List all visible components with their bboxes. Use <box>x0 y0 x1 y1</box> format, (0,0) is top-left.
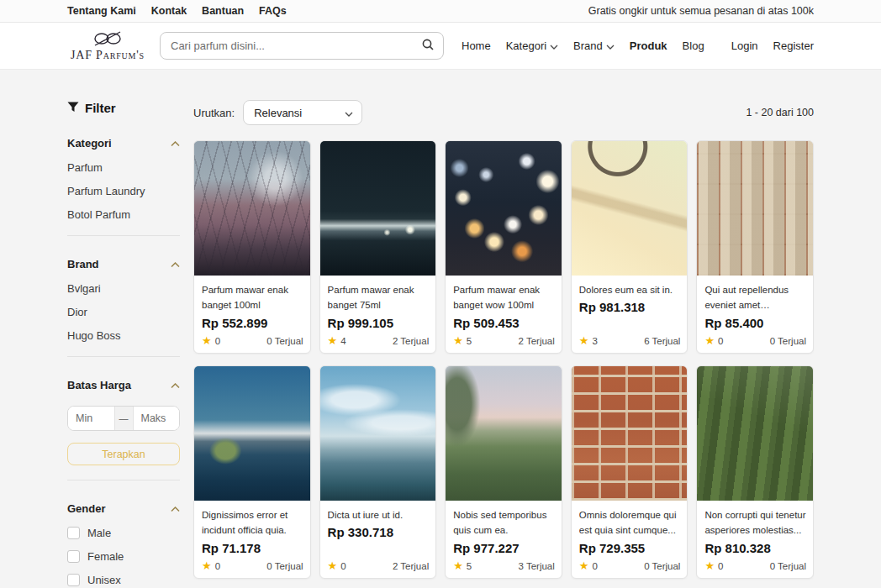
search-button[interactable] <box>413 33 443 59</box>
product-rating: 0 <box>215 336 220 346</box>
checkbox-icon[interactable] <box>67 574 80 586</box>
product-image <box>194 141 310 276</box>
product-rating: 3 <box>592 336 597 346</box>
gender-option-female[interactable]: Female <box>67 550 180 563</box>
chevron-up-icon <box>171 501 180 516</box>
product-sold: 6 Terjual <box>644 336 680 346</box>
product-image <box>446 141 562 276</box>
product-name: Parfum mawar enak banget 75ml <box>328 282 430 313</box>
filter-heading: Filter <box>67 101 180 115</box>
filter-item-bvlgari[interactable]: Bvlgari <box>67 282 180 295</box>
auth-link-login[interactable]: Login <box>731 39 758 52</box>
product-rating: 0 <box>592 561 597 571</box>
topbar-link-faqs[interactable]: FAQs <box>259 5 287 17</box>
product-price: Rp 71.178 <box>202 541 303 555</box>
product-card[interactable]: Parfum mawar enak banget wow 100ml Rp 50… <box>445 140 562 354</box>
section-harga-title: Batas Harga <box>67 379 131 391</box>
product-sold: 0 Terjual <box>266 336 303 346</box>
product-price: Rp 85.400 <box>704 316 806 330</box>
product-meta: ★ 5 2 Terjual <box>453 330 555 346</box>
product-card[interactable]: Qui aut repellendus eveniet amet volupta… <box>696 140 814 354</box>
product-card[interactable]: Parfum mawar enak banget 75ml Rp 999.105… <box>319 140 437 354</box>
price-range-group: — <box>67 406 180 431</box>
star-icon: ★ <box>328 335 338 346</box>
product-rating: 0 <box>215 561 220 571</box>
auth-link-register[interactable]: Register <box>773 39 814 52</box>
nav-item-blog[interactable]: Blog <box>675 34 712 57</box>
product-sold: 0 Terjual <box>770 561 806 571</box>
product-card[interactable]: Dolores eum ea sit in. Rp 981.318 ★ 3 6 … <box>571 140 688 354</box>
product-info: Dignissimos error et incidunt officia qu… <box>194 501 310 578</box>
divider <box>67 235 180 236</box>
chevron-up-icon <box>171 135 180 150</box>
product-meta: ★ 0 0 Terjual <box>704 330 806 346</box>
search-input[interactable] <box>161 39 413 52</box>
gender-option-male[interactable]: Male <box>67 527 180 539</box>
checkbox-icon[interactable] <box>67 550 80 563</box>
filter-item-parfum-laundry[interactable]: Parfum Laundry <box>67 185 180 197</box>
topbar: Tentang KamiKontakBantuanFAQs Gratis ong… <box>0 0 881 23</box>
nav-item-kategori[interactable]: Kategori <box>499 34 566 57</box>
chevron-down-icon <box>606 39 615 52</box>
filter-item-parfum[interactable]: Parfum <box>67 161 180 174</box>
promo-banner: Gratis ongkir untuk semua pesanan di ata… <box>588 5 814 17</box>
section-batas-harga: Batas Harga — Terapkan <box>67 377 180 480</box>
product-rating-group: ★ 5 <box>453 335 472 346</box>
product-price: Rp 509.453 <box>453 316 555 330</box>
sort-select[interactable]: Relevansi <box>243 100 362 125</box>
product-card[interactable]: Non corrupti qui tenetur asperiores mole… <box>696 365 814 579</box>
nav-item-home[interactable]: Home <box>454 34 499 57</box>
product-meta: ★ 3 6 Terjual <box>579 330 681 346</box>
topbar-link-tentang-kami[interactable]: Tentang Kami <box>67 5 136 17</box>
sort-toolbar: Urutkan: Relevansi 1 - 20 dari 100 <box>193 100 814 125</box>
topbar-link-bantuan[interactable]: Bantuan <box>202 5 244 17</box>
product-meta: ★ 4 2 Terjual <box>328 330 430 346</box>
product-info: Parfum mawar enak banget wow 100ml Rp 50… <box>446 276 562 353</box>
nav-label: Kategori <box>506 39 546 52</box>
checkbox-icon[interactable] <box>67 527 80 539</box>
product-card[interactable]: Omnis doloremque qui est quia sint cumqu… <box>571 365 688 579</box>
filter-item-hugo-boss[interactable]: Hugo Boss <box>67 329 180 342</box>
product-name: Dolores eum ea sit in. <box>579 282 681 297</box>
apply-filter-button[interactable]: Terapkan <box>67 443 180 465</box>
divider <box>67 480 180 480</box>
product-info: Omnis doloremque qui est quia sint cumqu… <box>572 501 688 578</box>
product-card[interactable]: Parfum mawar enak banget 100ml Rp 552.89… <box>193 140 311 354</box>
main-content: Filter Kategori ParfumParfum LaundryBoto… <box>0 70 881 587</box>
filter-sidebar: Filter Kategori ParfumParfum LaundryBoto… <box>67 70 180 587</box>
price-min-input[interactable] <box>68 407 114 430</box>
nav-item-produk[interactable]: Produk <box>622 34 675 57</box>
sort-group: Urutkan: Relevansi <box>193 100 362 125</box>
product-card[interactable]: Dignissimos error et incidunt officia qu… <box>193 365 311 579</box>
product-image <box>697 141 813 276</box>
product-image <box>446 366 562 501</box>
product-card[interactable]: Dicta ut iure ut id. Rp 330.718 ★ 0 2 Te… <box>319 365 437 579</box>
product-rating-group: ★ 0 <box>202 335 220 346</box>
product-rating-group: ★ 0 <box>328 560 346 571</box>
section-gender-header[interactable]: Gender <box>67 501 180 516</box>
filter-item-botol-parfum[interactable]: Botol Parfum <box>67 208 180 221</box>
product-sold: 2 Terjual <box>519 336 555 346</box>
nav-label: Home <box>462 39 491 52</box>
nav-item-brand[interactable]: Brand <box>566 34 622 57</box>
section-harga-header[interactable]: Batas Harga <box>67 377 180 392</box>
price-max-input[interactable] <box>134 407 180 430</box>
product-card[interactable]: Nobis sed temporibus quis cum ea. Rp 977… <box>445 365 562 579</box>
product-rating-group: ★ 0 <box>704 335 723 346</box>
section-kategori: Kategori ParfumParfum LaundryBotol Parfu… <box>67 135 180 236</box>
star-icon: ★ <box>328 560 338 571</box>
topbar-link-kontak[interactable]: Kontak <box>151 5 187 17</box>
logo[interactable]: JAF Parfum's <box>67 30 148 62</box>
gender-option-unisex[interactable]: Unisex <box>67 574 180 586</box>
main-nav: HomeKategoriBrandProdukBlog <box>454 34 712 57</box>
product-price: Rp 729.355 <box>579 541 681 555</box>
filter-item-dior[interactable]: Dior <box>67 306 180 318</box>
product-rating: 0 <box>340 561 346 571</box>
section-brand-header[interactable]: Brand <box>67 256 180 271</box>
product-rating-group: ★ 0 <box>704 560 723 571</box>
product-info: Dolores eum ea sit in. Rp 981.318 ★ 3 6 … <box>572 276 688 353</box>
star-icon: ★ <box>704 335 715 346</box>
nav-label: Produk <box>630 39 667 52</box>
product-meta: ★ 0 0 Terjual <box>202 330 303 346</box>
section-kategori-header[interactable]: Kategori <box>67 135 180 150</box>
